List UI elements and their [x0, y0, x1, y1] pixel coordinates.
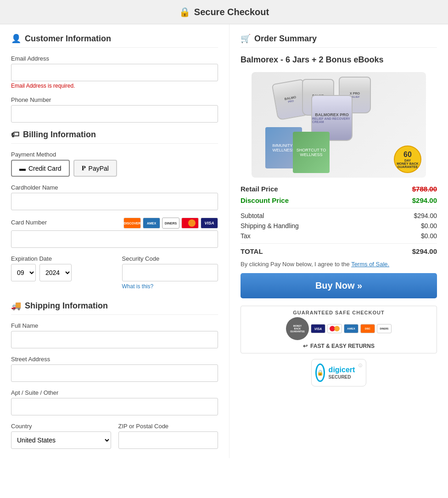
- card-number-row: Card Number DISCOVER AMEX DINERS VISA: [11, 218, 218, 229]
- security-code-input[interactable]: [122, 264, 218, 281]
- money-back-badge: 60 DAY MONEY BACK GUARANTEE: [394, 145, 421, 173]
- country-label: Country: [11, 423, 111, 430]
- full-name-group: Full Name: [11, 322, 218, 348]
- right-column: 🛒 Order Summary Balmorex - 6 Jars + 2 Bo…: [230, 24, 448, 458]
- summary-divider-1: [241, 208, 437, 208]
- zip-input[interactable]: [118, 431, 218, 449]
- lock-icon: 🔒: [179, 6, 190, 17]
- country-group: Country United States Canada United King…: [11, 423, 111, 449]
- page-wrapper: 🔒 Secure Checkout 👤 Customer Information…: [0, 0, 448, 458]
- tax-label: Tax: [241, 232, 251, 240]
- buy-now-button[interactable]: Buy Now »: [241, 273, 437, 298]
- expiry-year-select[interactable]: 202420252026 2027202820292030: [39, 264, 72, 281]
- guarantee-circle: MONEYBACKGUARANTEE: [286, 317, 309, 340]
- product-name: Balmorex - 6 Jars + 2 Bonus eBooks: [241, 55, 437, 65]
- customer-info-header: 👤 Customer Information: [11, 34, 218, 48]
- zip-label: ZIP or Postal Code: [118, 423, 218, 430]
- security-group: Security Code What is this?: [122, 255, 218, 290]
- phone-input[interactable]: [11, 105, 218, 123]
- mastercard-icon: [181, 218, 199, 229]
- card-number-label: Card Number: [11, 219, 47, 226]
- phone-field-group: Phone Number: [11, 96, 218, 123]
- subtotal-label: Subtotal: [241, 212, 264, 219]
- email-input[interactable]: [11, 64, 218, 81]
- subtotal-value: $294.00: [414, 212, 437, 219]
- credit-card-button[interactable]: ▬ Credit Card: [11, 160, 70, 177]
- product-image: BALMO PRO BALMO PRO X PRO RELIEF BALMORE…: [252, 72, 426, 178]
- diners-icon: DINERS: [162, 218, 179, 229]
- retail-price: $788.00: [412, 185, 437, 193]
- what-is-this-link[interactable]: What is this?: [122, 283, 218, 290]
- cardholder-name-input[interactable]: [11, 193, 218, 210]
- main-content: 👤 Customer Information Email Address Ema…: [0, 24, 448, 458]
- svg-point-3: [334, 326, 340, 331]
- discover-badge: DISC: [360, 324, 375, 333]
- email-label: Email Address: [11, 55, 218, 62]
- phone-label: Phone Number: [11, 96, 218, 103]
- cardholder-name-label: Cardholder Name: [11, 184, 218, 191]
- security-code-label: Security Code: [122, 255, 218, 262]
- svg-point-1: [188, 219, 196, 227]
- country-zip-row: Country United States Canada United King…: [11, 423, 218, 449]
- digicert-info-icon: ⓘ: [358, 363, 362, 368]
- full-name-input[interactable]: [11, 331, 218, 348]
- country-select[interactable]: United States Canada United Kingdom Aust…: [11, 431, 111, 449]
- email-error: Email Address is required.: [11, 83, 218, 89]
- safe-checkout-title: GUARANTEED SAFE CHECKOUT: [293, 310, 384, 315]
- apt-label: Apt / Suite / Other: [11, 389, 218, 396]
- expiry-label: Expiration Date: [11, 255, 107, 262]
- street-address-input[interactable]: [11, 364, 218, 382]
- terms-link[interactable]: Terms of Sale.: [351, 261, 389, 268]
- agree-text: By clicking Pay Now below, I agree to th…: [241, 261, 437, 268]
- discount-label: Discount Price: [241, 196, 289, 204]
- digicert-circle: 🔒: [315, 364, 325, 382]
- discount-price: $294.00: [412, 196, 437, 204]
- discount-price-row: Discount Price $294.00: [241, 196, 437, 204]
- email-field-group: Email Address Email Address is required.: [11, 55, 218, 89]
- amex-badge: AMEX: [344, 324, 358, 333]
- shipping-info-title: Shipping Information: [25, 301, 108, 311]
- card-number-group: Card Number DISCOVER AMEX DINERS VISA: [11, 218, 218, 248]
- street-address-label: Street Address: [11, 356, 218, 363]
- tax-row: Tax $0.00: [241, 232, 437, 240]
- credit-card-label: Credit Card: [28, 165, 62, 172]
- card-number-input[interactable]: [11, 230, 218, 248]
- expiry-selects: 01020304 05060708 09101112 202420252026 …: [11, 264, 107, 281]
- full-name-label: Full Name: [11, 322, 218, 329]
- billing-icon: 🏷: [11, 130, 19, 140]
- visa-icon: VISA: [201, 218, 218, 229]
- street-address-group: Street Address: [11, 356, 218, 382]
- cardholder-name-group: Cardholder Name: [11, 184, 218, 210]
- zip-group: ZIP or Postal Code: [118, 423, 218, 449]
- summary-divider-2: [241, 243, 437, 244]
- product-image-area: BALMO PRO BALMO PRO X PRO RELIEF BALMORE…: [241, 72, 437, 178]
- shipping-icon: 🚚: [11, 301, 21, 311]
- card-logos-row: MONEYBACKGUARANTEE VISA AMEX DISC DINERS: [286, 317, 392, 340]
- shipping-value: $0.00: [421, 222, 437, 229]
- payment-method-label: Payment Method: [11, 151, 218, 158]
- credit-card-icon: ▬: [19, 165, 26, 172]
- discover-icon: DISCOVER: [123, 218, 141, 229]
- total-value: $294.00: [412, 247, 437, 255]
- mc-badge: [327, 324, 342, 333]
- apt-group: Apt / Suite / Other: [11, 389, 218, 415]
- returns-icon: ↩: [303, 343, 308, 349]
- left-column: 👤 Customer Information Email Address Ema…: [0, 24, 230, 458]
- customer-icon: 👤: [11, 34, 21, 44]
- expiry-group: Expiration Date 01020304 05060708 091011…: [11, 255, 107, 281]
- apt-input[interactable]: [11, 398, 218, 415]
- expiry-month-select[interactable]: 01020304 05060708 09101112: [11, 264, 36, 281]
- paypal-icon: 𝐏: [82, 164, 86, 172]
- cart-icon: 🛒: [241, 34, 251, 44]
- paypal-button[interactable]: 𝐏 PayPal: [73, 160, 117, 177]
- order-summary-header: 🛒 Order Summary: [241, 34, 437, 48]
- trust-badges: GUARANTEED SAFE CHECKOUT MONEYBACKGUARAN…: [241, 306, 437, 386]
- fast-returns-label: FAST & EASY RETURNS: [310, 343, 375, 349]
- billing-info-title: Billing Information: [23, 130, 96, 140]
- safe-checkout-badge: GUARANTEED SAFE CHECKOUT MONEYBACKGUARAN…: [241, 306, 437, 353]
- amex-icon: AMEX: [143, 218, 160, 229]
- order-summary-title: Order Summary: [254, 34, 317, 44]
- billing-info-header: 🏷 Billing Information: [11, 130, 218, 144]
- paypal-label: PayPal: [89, 165, 109, 172]
- agree-text-content: By clicking Pay Now below, I agree to th…: [241, 261, 350, 268]
